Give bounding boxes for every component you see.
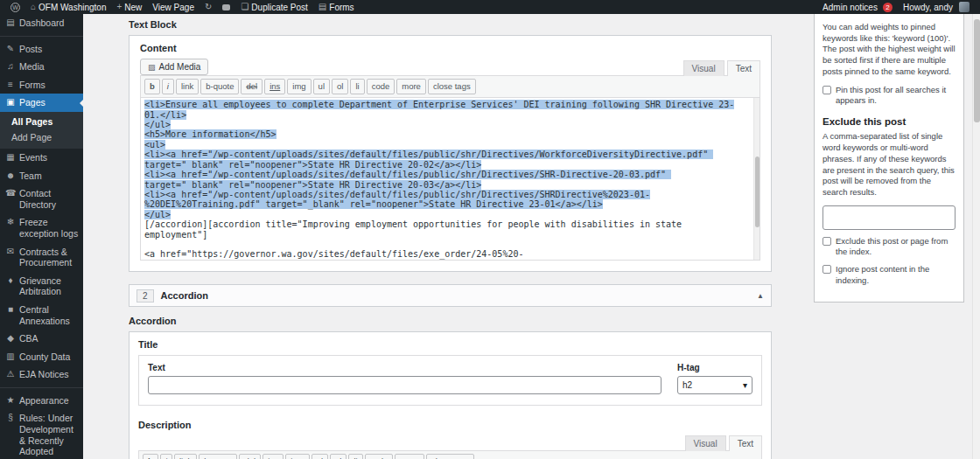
comments-menu[interactable] bbox=[217, 0, 235, 14]
sidebar-label: Dashboard bbox=[19, 17, 80, 29]
qt-del-button[interactable]: del bbox=[241, 79, 262, 94]
qt-italic-button[interactable]: i bbox=[160, 454, 172, 459]
qt-bquote-button[interactable]: b-quote bbox=[200, 79, 239, 94]
qt-bquote-button[interactable]: b-quote bbox=[199, 454, 237, 459]
sidebar-item-rules[interactable]: § Rules: Under Development & Recently Ad… bbox=[0, 409, 83, 459]
plus-icon: + bbox=[116, 3, 122, 11]
sidebar-item-contact-directory[interactable]: ☎ Contact Directory bbox=[0, 184, 83, 213]
forms-icon: ≡ bbox=[5, 80, 16, 90]
exclude-index-checkbox-label: Exclude this post or page from the index… bbox=[836, 236, 956, 258]
wp-logo-menu[interactable]: W bbox=[5, 0, 25, 14]
title-text-field: Text bbox=[148, 363, 662, 394]
qt-closetags-button[interactable]: close tags bbox=[426, 454, 474, 459]
qt-ol-button[interactable]: ol bbox=[332, 79, 348, 94]
accordion-layout-header[interactable]: 2 Accordion ▲ bbox=[129, 284, 772, 307]
sidebar-item-forms[interactable]: ≡ Forms bbox=[0, 76, 83, 94]
add-media-button[interactable]: ▨ Add Media bbox=[140, 59, 208, 75]
new-content-menu[interactable]: + New bbox=[111, 0, 147, 14]
qt-ins-button[interactable]: ins bbox=[262, 454, 284, 459]
qt-del-button[interactable]: del bbox=[239, 454, 261, 459]
qt-ul-button[interactable]: ul bbox=[312, 454, 328, 459]
tab-text[interactable]: Text bbox=[729, 435, 762, 451]
sidebar-item-grievance-arbitration[interactable]: ♦ Grievance Arbitration bbox=[0, 272, 83, 301]
qt-ol-button[interactable]: ol bbox=[330, 454, 346, 459]
exclude-index-row: Exclude this post or page from the index… bbox=[822, 236, 956, 258]
sidebar-item-dashboard[interactable]: ▤ Dashboard bbox=[0, 14, 83, 32]
sidebar-item-eja-notices[interactable]: ⚠ EJA Notices bbox=[0, 365, 83, 384]
sidebar-item-appearance[interactable]: ★ Appearance bbox=[0, 392, 83, 410]
sidebar-subitem-all-pages[interactable]: All Pages bbox=[0, 114, 83, 129]
tab-visual[interactable]: Visual bbox=[683, 60, 724, 76]
sidebar-item-pages[interactable]: ▣ Pages bbox=[0, 94, 83, 112]
qt-ins-button[interactable]: ins bbox=[264, 79, 285, 94]
sidebar-item-posts[interactable]: ✎ Posts bbox=[0, 40, 83, 59]
sidebar-item-central-annexations[interactable]: ■ Central Annexations bbox=[0, 301, 83, 330]
user-avatar bbox=[959, 2, 970, 12]
htag-field-label: H-tag bbox=[677, 363, 752, 372]
qt-code-button[interactable]: code bbox=[365, 454, 394, 459]
tab-visual[interactable]: Visual bbox=[685, 435, 726, 451]
sidebar-label: Pages bbox=[19, 97, 80, 108]
exclude-index-checkbox[interactable] bbox=[822, 237, 831, 246]
qt-li-button[interactable]: li bbox=[348, 454, 362, 459]
admin-notices-menu[interactable]: Admin notices 2 bbox=[817, 3, 898, 12]
section-sign-icon: § bbox=[5, 413, 16, 423]
qt-closetags-button[interactable]: close tags bbox=[428, 79, 476, 94]
qt-more-button[interactable]: more bbox=[395, 454, 424, 459]
my-account-menu[interactable]: Howdy, andy bbox=[898, 2, 975, 12]
duplicate-post-label: Duplicate Post bbox=[251, 3, 307, 12]
sidebar-label: CBA bbox=[19, 333, 80, 344]
sidebar-item-contracts-procurement[interactable]: ✉ Contracts & Procurement bbox=[0, 243, 83, 272]
selected-text: <li>Ensure all employees to complete Dep… bbox=[144, 100, 734, 219]
qt-bold-button[interactable]: b bbox=[143, 454, 158, 459]
page-scrollbar-thumb[interactable] bbox=[974, 19, 980, 122]
tab-text[interactable]: Text bbox=[727, 60, 760, 76]
textarea-scrollbar-thumb[interactable] bbox=[755, 156, 760, 227]
accordion-field-panel: Title Text H-tag h2 ▾ Description bbox=[129, 331, 772, 459]
sidebar-subitem-add-page[interactable]: Add Page bbox=[0, 129, 83, 145]
content-html-textarea[interactable]: <li>Ensure all employees to complete Dep… bbox=[141, 97, 760, 260]
sidebar-item-team[interactable]: ☻ Team bbox=[0, 167, 83, 185]
qt-more-button[interactable]: more bbox=[396, 79, 426, 94]
title-group-label: Title bbox=[138, 339, 762, 350]
qt-img-button[interactable]: img bbox=[287, 79, 311, 94]
qt-italic-button[interactable]: i bbox=[162, 79, 174, 94]
media-icon: ♫ bbox=[5, 61, 16, 72]
phone-icon: ☎ bbox=[5, 188, 16, 198]
ignore-content-checkbox[interactable] bbox=[822, 265, 831, 274]
qt-link-button[interactable]: link bbox=[174, 454, 197, 459]
sidebar-item-events[interactable]: ▦ Events bbox=[0, 149, 83, 167]
pin-post-checkbox[interactable] bbox=[822, 86, 831, 94]
layout-order-handle[interactable]: 2 bbox=[136, 289, 154, 303]
sidebar-item-cba[interactable]: ◆ CBA bbox=[0, 330, 83, 348]
brush-icon: ★ bbox=[5, 395, 16, 406]
updates-menu[interactable]: ↻ bbox=[200, 0, 217, 14]
textarea-scrollbar[interactable] bbox=[753, 98, 760, 260]
collapse-caret-icon[interactable]: ▲ bbox=[757, 292, 764, 300]
forms-label: Forms bbox=[329, 3, 354, 12]
accordion-title-text-input[interactable] bbox=[148, 376, 662, 394]
sidebar-item-freeze-exception-logs[interactable]: ❄ Freeze exception logs bbox=[0, 213, 83, 242]
htag-select[interactable]: h2 ▾ bbox=[677, 376, 752, 394]
page-scrollbar[interactable] bbox=[972, 0, 980, 459]
search-options-panel: You can add weights to pinned keywords l… bbox=[814, 14, 964, 303]
sidebar-item-media[interactable]: ♫ Media bbox=[0, 58, 83, 76]
qt-code-button[interactable]: code bbox=[367, 79, 396, 94]
sidebar-item-county-data[interactable]: ▥ County Data bbox=[0, 348, 83, 366]
pin-post-row: Pin this post for all searches it appear… bbox=[822, 85, 956, 107]
qt-img-button[interactable]: img bbox=[285, 454, 309, 459]
diamond-icon: ◆ bbox=[5, 333, 16, 344]
diamond-icon: ♦ bbox=[5, 275, 16, 286]
admin-bar-right: Admin notices 2 Howdy, andy bbox=[817, 2, 975, 12]
duplicate-post-menu[interactable]: ❏ Duplicate Post bbox=[235, 0, 312, 14]
qt-ul-button[interactable]: ul bbox=[313, 79, 330, 94]
unselected-text: [/accordion][accordion title="Improving … bbox=[144, 219, 718, 260]
site-name-menu[interactable]: ⌂ OFM Washington bbox=[25, 0, 111, 14]
qt-li-button[interactable]: li bbox=[350, 79, 364, 94]
view-page-link[interactable]: View Page bbox=[147, 0, 200, 14]
forms-menu[interactable]: ▤ Forms bbox=[313, 0, 360, 14]
text-block-label: Text Block bbox=[129, 19, 772, 30]
qt-bold-button[interactable]: b bbox=[144, 79, 160, 94]
qt-link-button[interactable]: link bbox=[176, 79, 199, 94]
exclude-keywords-textarea[interactable] bbox=[822, 205, 956, 230]
